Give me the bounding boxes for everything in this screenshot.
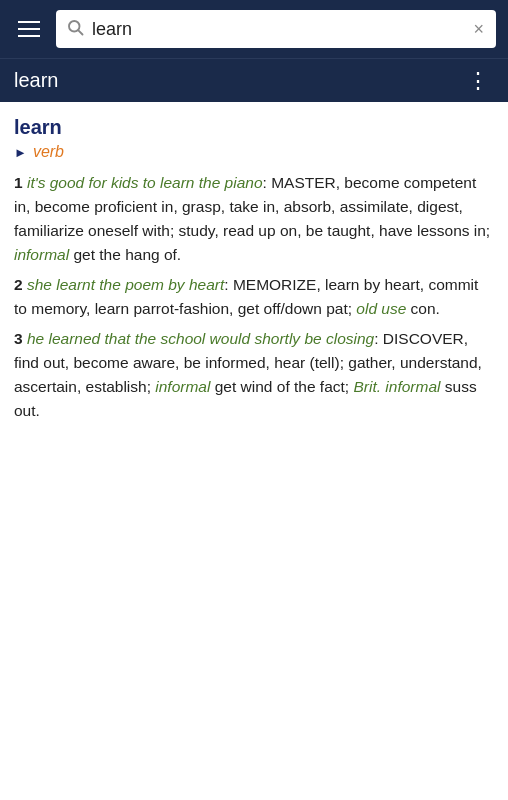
- informal-label-1: informal: [14, 246, 69, 263]
- old-use-suffix-2: con.: [406, 300, 440, 317]
- example-3: he learned that the school would shortly…: [27, 330, 374, 347]
- example-1: it's good for kids to learn the piano: [27, 174, 263, 191]
- part-of-speech: verb: [33, 143, 64, 161]
- title-bar: learn ⋮: [0, 58, 508, 102]
- word-heading: learn: [14, 116, 494, 139]
- old-use-label-2: old use: [356, 300, 406, 317]
- search-icon: [66, 18, 84, 40]
- def-number-1: 1: [14, 174, 27, 191]
- more-options-button[interactable]: ⋮: [463, 70, 494, 92]
- definition-2: 2 she learnt the poem by heart: MEMORIZE…: [14, 273, 494, 321]
- definition-1: 1 it's good for kids to learn the piano:…: [14, 171, 494, 267]
- svg-line-1: [78, 30, 82, 34]
- search-bar: ×: [0, 0, 508, 58]
- informal-label-3: informal: [155, 378, 210, 395]
- def-number-2: 2: [14, 276, 27, 293]
- informal-suffix-1: get the hang of.: [69, 246, 181, 263]
- hamburger-line-2: [18, 28, 40, 30]
- brit-label-3: Brit. informal: [353, 378, 440, 395]
- clear-button[interactable]: ×: [471, 20, 486, 38]
- def-number-3: 3: [14, 330, 27, 347]
- hamburger-button[interactable]: [12, 15, 46, 43]
- play-icon[interactable]: ►: [14, 145, 27, 160]
- informal-suffix-3: get wind of the fact;: [210, 378, 353, 395]
- content-area: learn ► verb 1 it's good for kids to lea…: [0, 102, 508, 449]
- page-title: learn: [14, 69, 58, 92]
- example-2: she learnt the poem by heart: [27, 276, 224, 293]
- part-of-speech-line: ► verb: [14, 143, 494, 161]
- search-box: ×: [56, 10, 496, 48]
- hamburger-line-1: [18, 21, 40, 23]
- definition-3: 3 he learned that the school would short…: [14, 327, 494, 423]
- hamburger-line-3: [18, 35, 40, 37]
- search-input[interactable]: [92, 19, 463, 40]
